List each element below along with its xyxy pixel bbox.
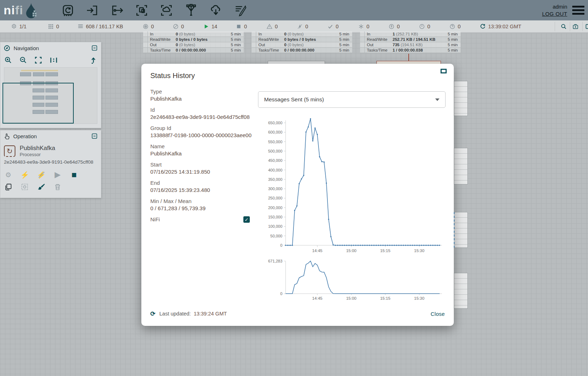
status-history-fields: Type PublishKafkaId 2e246483-ee9a-3de9-9… <box>150 88 252 223</box>
start-play-icon[interactable]: ▶ <box>53 170 62 179</box>
configure-gear-icon[interactable]: ⚙ <box>4 171 13 179</box>
svg-text:150,000: 150,000 <box>268 215 282 219</box>
stat-value: 1 (252.71 KB) <box>393 32 444 37</box>
nifi-drop-icon <box>25 3 38 18</box>
series-label: NiFi <box>150 216 160 223</box>
app-header: nifi admin <box>0 0 588 20</box>
stat-value: 0 bytes / 0 bytes <box>176 37 227 42</box>
field-label: Start <box>150 161 252 168</box>
nifi-logo: nifi <box>4 3 55 18</box>
field-value: 07/16/2025 14:31:19.850 <box>150 168 252 175</box>
flow-status-helper-button[interactable] <box>572 20 578 33</box>
stat-value: 0 / 00:00:00.000 <box>284 48 336 53</box>
status-history-dialog: Status History Type PublishKafkaId 2e246… <box>141 64 454 326</box>
maximize-icon[interactable] <box>441 69 447 73</box>
stat-value: 0 (0 bytes) <box>176 32 227 37</box>
disable-bolt-slash-icon[interactable]: ⚡ <box>37 171 45 179</box>
statusbar-active-threads: 0 <box>48 20 59 33</box>
snowflake-icon <box>358 24 364 30</box>
stat-value: 0 (0 bytes) <box>176 42 227 47</box>
zoom-out-icon[interactable] <box>20 57 27 64</box>
statusbar-disabled-components: 0 <box>297 20 308 33</box>
statusbar-running-components: 14 <box>203 20 217 33</box>
search-button[interactable] <box>560 20 567 33</box>
refresh-icon[interactable] <box>480 24 486 30</box>
delete-trash-icon[interactable] <box>53 183 62 191</box>
series-checkbox[interactable]: ✓ <box>243 216 250 223</box>
processor-icon[interactable] <box>60 3 75 18</box>
stat-row: Out 0 (0 bytes) 5 min <box>143 42 244 48</box>
connection-partial <box>454 148 468 184</box>
collapse-operation-icon[interactable] <box>92 133 97 139</box>
search-icon[interactable] <box>560 24 567 30</box>
bolt-slash-icon <box>297 24 303 30</box>
svg-text:15:00: 15:00 <box>346 296 356 300</box>
processor-stats-table: In 0 (0 bytes) 5 min Read/Write 0 bytes … <box>252 32 352 53</box>
statusbar-time: 13:39:02 GMT <box>488 24 521 29</box>
statusbar-count: 0 <box>366 24 369 29</box>
statusbar-count: 608 / 161.17 KB <box>86 24 123 29</box>
clipboard-partial-button[interactable] <box>585 20 588 33</box>
stop-icon[interactable]: ■ <box>70 170 78 180</box>
enable-bolt-icon[interactable]: ⚡ <box>20 171 29 179</box>
stat-value: 0 (0 bytes) <box>284 42 336 47</box>
connection-partial <box>454 81 468 116</box>
operation-panel: Operation ↻ PublishKafka Processor 2e246… <box>0 130 101 198</box>
stat-window: 5 min <box>444 37 461 42</box>
minimap-viewport[interactable] <box>3 83 74 124</box>
process-group-icon[interactable] <box>135 3 149 18</box>
label-icon[interactable] <box>233 3 248 18</box>
zoom-in-icon[interactable] <box>5 57 12 64</box>
field-start: Start 07/16/2025 14:31:19.850 <box>150 161 252 175</box>
stat-row: In 0 (0 bytes) 5 min <box>143 32 244 37</box>
stat-window: 5 min <box>444 42 461 47</box>
svg-text:250,000: 250,000 <box>268 196 282 200</box>
statusbar-not-transmitting-remote: 0 <box>172 20 184 33</box>
svg-text:600,000: 600,000 <box>268 130 282 134</box>
group-select-icon[interactable] <box>20 183 29 191</box>
medkit-icon[interactable] <box>572 24 578 30</box>
field-min-max-mean: Min / Max / Mean 0 / 671,283 / 95,739.39 <box>150 198 252 212</box>
flow-download-icon[interactable] <box>209 3 223 18</box>
copy-icon[interactable] <box>4 183 13 191</box>
connection-partial <box>454 273 468 309</box>
target-icon <box>142 24 149 30</box>
stat-row: Out 735 (194.51 KB) 5 min <box>360 42 461 48</box>
zoom-actual-icon[interactable] <box>50 57 58 64</box>
output-port-icon[interactable] <box>110 3 124 18</box>
field-end: End 07/16/2025 15:39:23.480 <box>150 179 252 194</box>
check-icon <box>327 24 333 30</box>
global-menu-icon[interactable] <box>572 4 584 16</box>
stat-row: Tasks/Time 1 / 00:00:00.038 5 min <box>360 48 461 53</box>
funnel-icon[interactable] <box>184 3 198 18</box>
field-label: Min / Max / Mean <box>150 198 252 205</box>
metric-select[interactable]: Messages Sent (5 mins) <box>258 91 446 108</box>
nifi-logo-text: nifi <box>4 3 23 17</box>
stat-value: 252.71 KB / 194.51 KB <box>393 37 444 42</box>
stat-row: Read/Write 0 bytes / 0 bytes 5 min <box>143 37 244 42</box>
svg-text:671,283: 671,283 <box>268 259 282 263</box>
svg-text:300,000: 300,000 <box>268 187 282 191</box>
stat-label: In <box>148 32 176 37</box>
navigation-minimap[interactable] <box>4 67 97 124</box>
svg-text:450,000: 450,000 <box>268 158 282 163</box>
input-port-icon[interactable] <box>85 3 99 18</box>
refresh-icon[interactable]: ⟳ <box>150 310 155 318</box>
statusbar-count: 0 <box>151 24 154 29</box>
close-button[interactable]: Close <box>431 311 445 317</box>
up-circle-icon <box>388 24 394 30</box>
color-brush-icon[interactable] <box>37 183 45 191</box>
logout-link[interactable]: LOG OUT <box>542 10 567 18</box>
zoom-fit-icon[interactable] <box>35 57 42 64</box>
collapse-navigation-icon[interactable] <box>92 45 97 51</box>
stat-row: Tasks/Time 0 / 00:00:00.000 5 min <box>143 48 244 53</box>
svg-text:550,000: 550,000 <box>268 140 282 144</box>
jump-up-icon[interactable] <box>90 57 97 64</box>
square-icon[interactable] <box>585 24 588 30</box>
stop-icon <box>235 24 242 30</box>
stat-label: Tasks/Time <box>365 48 393 53</box>
dialog-footer: ⟳ Last updated: 13:39:24 GMT Close <box>150 309 445 319</box>
statusbar-refresh[interactable]: 13:39:02 GMT <box>480 20 521 33</box>
stat-window: 5 min <box>336 48 352 53</box>
remote-process-group-icon[interactable] <box>159 3 174 18</box>
